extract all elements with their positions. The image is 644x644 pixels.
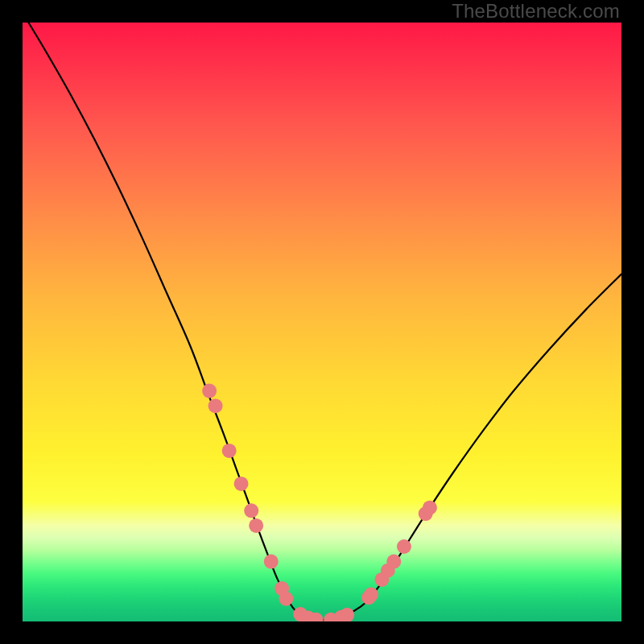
chart-frame: TheBottleneck.com [0, 0, 644, 644]
highlight-dot [244, 503, 258, 518]
highlight-dot [234, 477, 249, 491]
bottleneck-curve [28, 23, 621, 620]
highlight-dot [340, 608, 354, 621]
highlight-dot [364, 588, 378, 602]
curve-layer [23, 23, 621, 621]
highlight-dot [222, 444, 237, 458]
plot-area [23, 23, 621, 621]
highlight-dot [386, 555, 401, 569]
highlight-dots [202, 384, 437, 621]
highlight-dot [279, 592, 293, 606]
highlight-dot [208, 398, 223, 413]
watermark-text: TheBottleneck.com [452, 0, 620, 23]
highlight-dot [264, 555, 279, 569]
highlight-dot [397, 539, 411, 554]
highlight-dot [249, 518, 263, 533]
highlight-dot [202, 384, 217, 398]
highlight-dot [423, 501, 437, 515]
